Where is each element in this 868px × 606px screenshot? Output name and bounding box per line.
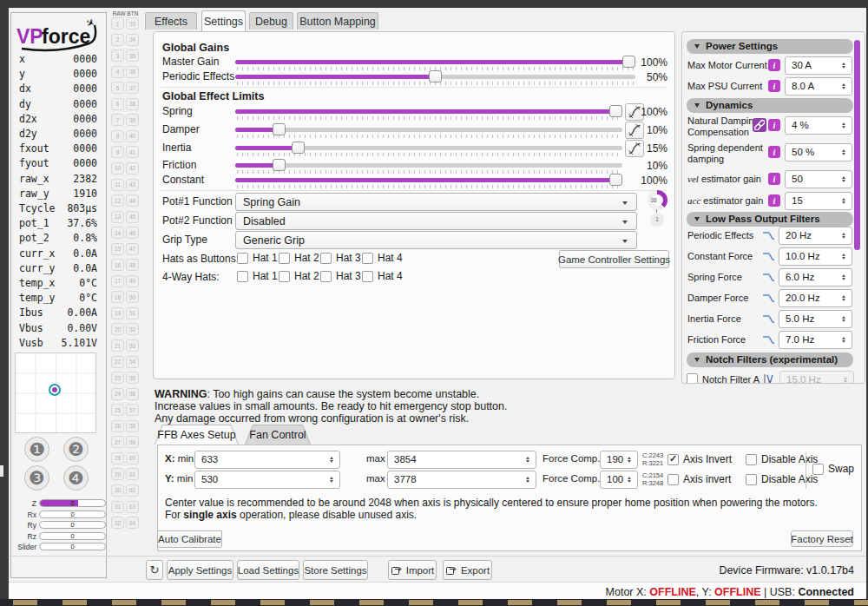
tab-button-mapping[interactable]: Button Mapping xyxy=(297,12,378,30)
raw-button-53[interactable]: 53 xyxy=(126,339,139,352)
info-icon[interactable]: i xyxy=(768,59,780,71)
spinner-buttons[interactable] xyxy=(838,290,852,306)
checkbox[interactable] xyxy=(812,464,824,475)
raw-button-47[interactable]: 47 xyxy=(126,243,139,255)
spinner-buttons[interactable] xyxy=(838,332,852,348)
raw-button-61[interactable]: 61 xyxy=(126,468,139,480)
raw-button-5[interactable]: 5 xyxy=(111,82,124,94)
raw-button-51[interactable]: 51 xyxy=(126,307,139,319)
raw-button-25[interactable]: 25 xyxy=(111,404,124,416)
checkbox[interactable] xyxy=(667,474,679,485)
raw-button-7[interactable]: 7 xyxy=(111,114,124,126)
input-x-min[interactable]: 633 xyxy=(194,451,340,469)
checkbox[interactable] xyxy=(320,253,332,264)
dropdown-grip-type[interactable]: Generic Grip xyxy=(235,231,637,249)
spinner-buttons[interactable] xyxy=(838,117,852,134)
tab-debug[interactable]: Debug xyxy=(249,12,293,30)
scrollbar-thumb[interactable] xyxy=(854,40,860,250)
raw-button-37[interactable]: 37 xyxy=(126,82,139,94)
tab-settings[interactable]: Settings xyxy=(201,10,246,31)
raw-button-60[interactable]: 60 xyxy=(126,452,139,464)
input-damper-force[interactable]: 20.0 Hz xyxy=(779,289,852,307)
spinner-buttons[interactable] xyxy=(624,471,637,488)
store-settings-button[interactable]: Store Settings xyxy=(303,560,368,580)
spinner-buttons[interactable] xyxy=(838,144,852,161)
raw-button-3[interactable]: 3 xyxy=(111,49,124,62)
raw-button-17[interactable]: 17 xyxy=(111,275,124,287)
info-icon[interactable]: i xyxy=(768,194,780,207)
raw-button-27[interactable]: 27 xyxy=(111,436,124,448)
raw-button-4[interactable]: 4 xyxy=(111,66,124,78)
input-dynamics-0[interactable]: 4 % xyxy=(785,116,852,135)
ffb-tab-ffb-axes-setup[interactable]: FFB Axes Setup xyxy=(155,425,239,445)
raw-button-6[interactable]: 6 xyxy=(111,98,124,110)
dropdown-pot-1-function[interactable]: Spring Gain xyxy=(235,193,637,211)
checkbox[interactable] xyxy=(237,253,248,264)
raw-button-23[interactable]: 23 xyxy=(111,372,124,384)
raw-button-50[interactable]: 50 xyxy=(126,291,139,303)
axis-bar[interactable]: 0 xyxy=(39,543,106,550)
raw-button-9[interactable]: 9 xyxy=(111,146,124,158)
raw-button-55[interactable]: 55 xyxy=(126,372,139,384)
checkbox[interactable] xyxy=(237,271,248,282)
checkbox[interactable] xyxy=(279,253,290,264)
auto-calibrate-button[interactable]: Auto Calibrate xyxy=(157,530,222,548)
section-dynamics[interactable]: Dynamics xyxy=(687,98,853,113)
spinner-buttons[interactable] xyxy=(838,269,852,286)
raw-button-64[interactable]: 64 xyxy=(126,517,139,529)
checkbox[interactable] xyxy=(279,271,290,282)
slider-handle[interactable] xyxy=(292,142,305,154)
checkbox[interactable] xyxy=(362,253,373,264)
info-icon[interactable]: i xyxy=(768,119,780,131)
spinner-buttons[interactable] xyxy=(523,451,536,468)
section-low-pass-filters[interactable]: Low Pass Output Filters xyxy=(687,212,853,227)
raw-button-14[interactable]: 14 xyxy=(111,227,124,239)
input-constant-force[interactable]: 10.0 Hz xyxy=(779,247,852,266)
spinner-buttons[interactable] xyxy=(838,57,852,74)
slider-handle[interactable] xyxy=(609,174,622,186)
spinner-buttons[interactable] xyxy=(838,171,852,188)
raw-button-8[interactable]: 8 xyxy=(111,130,124,142)
raw-button-28[interactable]: 28 xyxy=(111,452,124,464)
raw-button-63[interactable]: 63 xyxy=(126,501,139,513)
input-y-min[interactable]: 530 xyxy=(194,471,340,489)
slider-handle[interactable] xyxy=(609,105,622,117)
input-y-max[interactable]: 3778 xyxy=(387,471,536,489)
apply-settings-button[interactable]: Apply Settings xyxy=(167,560,233,580)
slider-inertia[interactable] xyxy=(235,140,622,157)
spinner-buttons[interactable] xyxy=(840,372,853,384)
spinner-buttons[interactable] xyxy=(523,471,536,488)
info-icon[interactable]: i xyxy=(768,173,780,185)
raw-button-31[interactable]: 31 xyxy=(111,501,124,513)
input-max-motor-current[interactable]: 30 A xyxy=(785,56,852,75)
raw-button-33[interactable]: 33 xyxy=(126,17,139,30)
slider-damper[interactable] xyxy=(235,122,622,139)
input-periodic-effects[interactable]: 20 Hz xyxy=(779,227,852,245)
raw-button-10[interactable]: 10 xyxy=(111,162,124,175)
raw-button-12[interactable]: 12 xyxy=(111,194,124,207)
axis-bar[interactable]: 0 xyxy=(39,510,106,518)
spinner-buttons[interactable] xyxy=(838,193,852,209)
slider-periodic-effects[interactable] xyxy=(235,69,635,86)
info-icon[interactable]: i xyxy=(768,146,780,158)
slider-spring[interactable] xyxy=(235,103,622,121)
raw-button-48[interactable]: 48 xyxy=(126,259,139,271)
raw-button-42[interactable]: 42 xyxy=(126,162,139,175)
raw-button-21[interactable]: 21 xyxy=(111,339,124,352)
axis-bar[interactable]: 0 xyxy=(39,521,106,529)
section-power-settings[interactable]: Power Settings xyxy=(687,39,853,54)
slider-handle[interactable] xyxy=(273,159,286,171)
tab-effects[interactable]: Effects xyxy=(145,12,197,30)
info-icon[interactable]: i xyxy=(768,80,780,92)
ffb-tab-fan-control[interactable]: Fan Control xyxy=(245,425,311,445)
load-settings-button[interactable]: Load Settings xyxy=(237,560,299,580)
checkbox[interactable] xyxy=(746,454,757,465)
raw-button-38[interactable]: 38 xyxy=(126,98,139,110)
checkbox[interactable] xyxy=(746,474,757,485)
spinner-buttons[interactable] xyxy=(838,227,852,244)
raw-button-13[interactable]: 13 xyxy=(111,211,124,223)
raw-button-62[interactable]: 62 xyxy=(126,484,139,497)
raw-button-24[interactable]: 24 xyxy=(111,388,124,400)
axis-bar[interactable]: 0 xyxy=(39,499,106,507)
slider-handle[interactable] xyxy=(273,123,286,135)
